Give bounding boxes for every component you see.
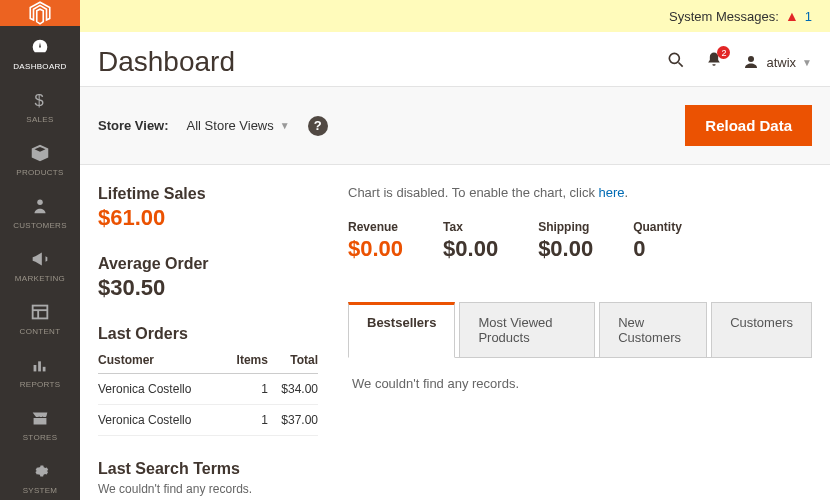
svg-line-9 — [679, 63, 683, 67]
last-orders-title: Last Orders — [98, 325, 318, 343]
bars-icon — [29, 354, 51, 376]
nav-marketing-label: MARKETING — [15, 274, 65, 283]
tab-bestsellers[interactable]: Bestsellers — [348, 302, 455, 358]
layout-icon — [29, 301, 51, 323]
store-view-value: All Store Views — [187, 118, 274, 133]
chevron-down-icon: ▼ — [802, 57, 812, 68]
notifications-button[interactable]: 2 — [704, 50, 724, 74]
gauge-icon — [29, 36, 51, 58]
user-name: atwix — [766, 55, 796, 70]
kpi-quantity-value: 0 — [633, 236, 682, 262]
system-messages-bar[interactable]: System Messages: ▲ 1 — [80, 0, 830, 32]
nav-stores-label: STORES — [23, 433, 58, 442]
reload-data-button[interactable]: Reload Data — [685, 105, 812, 146]
svg-point-8 — [670, 53, 680, 63]
kpi-tax-label: Tax — [443, 220, 498, 234]
nav-customers[interactable]: CUSTOMERS — [0, 185, 80, 238]
nav-system[interactable]: SYSTEM — [0, 450, 80, 500]
megaphone-icon — [29, 248, 51, 270]
nav-content-label: CONTENT — [20, 327, 61, 336]
nav-system-label: SYSTEM — [23, 486, 58, 495]
dashboard-content: Lifetime Sales $61.00 Average Order $30.… — [80, 165, 830, 500]
nav-customers-label: CUSTOMERS — [13, 221, 67, 230]
page-title: Dashboard — [98, 46, 235, 78]
nav-reports-label: REPORTS — [20, 380, 61, 389]
svg-rect-2 — [33, 306, 48, 319]
person-icon — [29, 195, 51, 217]
lifetime-sales-label: Lifetime Sales — [98, 185, 318, 203]
average-order-value: $30.50 — [98, 275, 318, 301]
table-row[interactable]: Veronica Costello 1 $34.00 — [98, 374, 318, 405]
svg-point-10 — [748, 56, 754, 62]
nav-sales[interactable]: $ SALES — [0, 79, 80, 132]
col-items: Items — [225, 347, 268, 374]
nav-dashboard[interactable]: DASHBOARD — [0, 26, 80, 79]
kpi-shipping-label: Shipping — [538, 220, 593, 234]
enable-chart-link[interactable]: here — [599, 185, 625, 200]
tab-most-viewed[interactable]: Most Viewed Products — [459, 302, 595, 358]
kpi-tax-value: $0.00 — [443, 236, 498, 262]
svg-rect-7 — [43, 367, 46, 372]
kpi-revenue-label: Revenue — [348, 220, 403, 234]
gear-icon — [29, 460, 51, 482]
search-button[interactable] — [666, 50, 686, 74]
tab-customers[interactable]: Customers — [711, 302, 812, 358]
store-view-label: Store View: — [98, 118, 169, 133]
svg-point-1 — [37, 200, 43, 206]
tab-new-customers[interactable]: New Customers — [599, 302, 707, 358]
toolbar: Store View: All Store Views ▼ ? Reload D… — [80, 86, 830, 165]
dollar-icon: $ — [29, 89, 51, 111]
tab-content-empty: We couldn't find any records. — [348, 358, 812, 409]
box-icon — [29, 142, 51, 164]
svg-rect-5 — [34, 365, 37, 371]
system-messages-count[interactable]: 1 — [805, 9, 812, 24]
store-icon — [29, 407, 51, 429]
main-content: System Messages: ▲ 1 Dashboard 2 atwix ▼… — [80, 0, 830, 500]
table-row[interactable]: Veronica Costello 1 $37.00 — [98, 405, 318, 436]
system-messages-label: System Messages: — [669, 9, 779, 24]
user-menu[interactable]: atwix ▼ — [742, 53, 812, 71]
help-button[interactable]: ? — [308, 116, 328, 136]
nav-stores[interactable]: STORES — [0, 397, 80, 450]
last-orders-table: Customer Items Total Veronica Costello 1… — [98, 347, 318, 436]
chart-disabled-note: Chart is disabled. To enable the chart, … — [348, 185, 812, 200]
warning-icon: ▲ — [785, 8, 799, 24]
col-total: Total — [268, 347, 318, 374]
nav-reports[interactable]: REPORTS — [0, 344, 80, 397]
svg-text:$: $ — [35, 91, 44, 109]
nav-products-label: PRODUCTS — [16, 168, 63, 177]
nav-content[interactable]: CONTENT — [0, 291, 80, 344]
nav-marketing[interactable]: MARKETING — [0, 238, 80, 291]
page-header: Dashboard 2 atwix ▼ — [80, 32, 830, 86]
magento-logo[interactable] — [0, 0, 80, 26]
average-order-label: Average Order — [98, 255, 318, 273]
kpi-revenue-value: $0.00 — [348, 236, 403, 262]
kpi-shipping-value: $0.00 — [538, 236, 593, 262]
col-customer: Customer — [98, 347, 225, 374]
admin-sidebar: DASHBOARD $ SALES PRODUCTS CUSTOMERS MAR… — [0, 0, 80, 500]
notifications-badge: 2 — [717, 46, 730, 59]
last-search-title: Last Search Terms — [98, 460, 318, 478]
svg-rect-6 — [38, 361, 41, 371]
nav-dashboard-label: DASHBOARD — [13, 62, 66, 71]
search-icon — [666, 50, 686, 70]
lifetime-sales-value: $61.00 — [98, 205, 318, 231]
kpi-quantity-label: Quantity — [633, 220, 682, 234]
dashboard-tabs: Bestsellers Most Viewed Products New Cus… — [348, 302, 812, 358]
store-view-select[interactable]: All Store Views ▼ — [187, 118, 290, 133]
nav-products[interactable]: PRODUCTS — [0, 132, 80, 185]
kpi-row: Revenue $0.00 Tax $0.00 Shipping $0.00 Q… — [348, 220, 812, 262]
last-search-empty: We couldn't find any records. — [98, 482, 318, 496]
user-icon — [742, 53, 760, 71]
caret-down-icon: ▼ — [280, 120, 290, 131]
nav-sales-label: SALES — [26, 115, 53, 124]
